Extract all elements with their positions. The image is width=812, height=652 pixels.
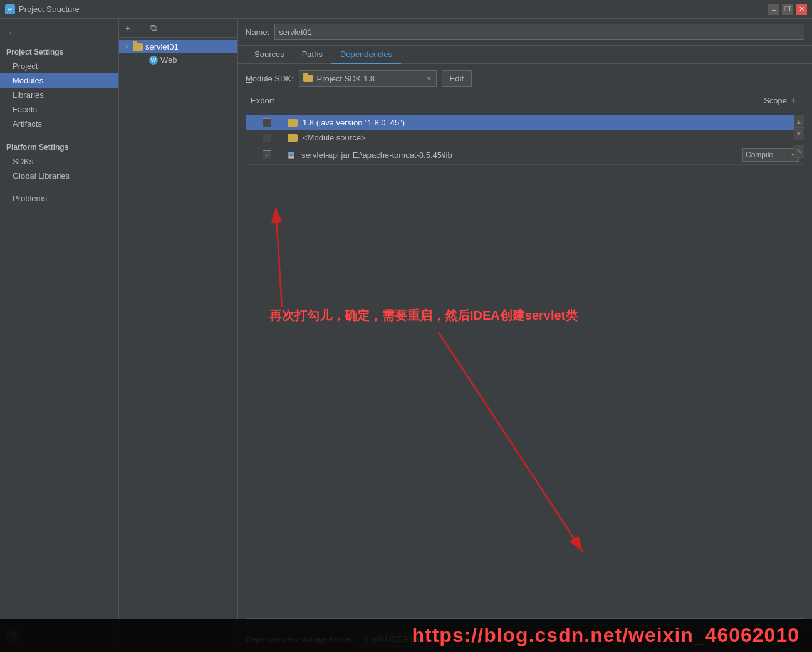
export-checkbox-servlet[interactable]: ✓ [263,150,271,159]
sidebar-item-artifacts[interactable]: Artifacts [0,117,118,131]
forward-button[interactable]: → [23,26,36,39]
sidebar-item-problems[interactable]: Problems [0,191,118,206]
window-controls: – ❐ ✕ [768,4,807,15]
tabs-bar: Sources Paths Dependencies [238,46,812,64]
dep-name-module-source: <Module source> [303,133,799,142]
export-col-header: Export [251,96,288,105]
scroll-up-button[interactable]: ▲ [794,115,804,128]
content-area: Module SDK: Project SDK 1.8 ▼ Edit Expor… [238,64,812,625]
sidebar-divider [0,135,118,135]
back-button[interactable]: ← [5,26,19,39]
edit-entry-button[interactable]: ✎ [794,145,804,158]
svg-text:P: P [8,6,12,13]
copy-module-button[interactable]: ⧉ [148,21,159,34]
minimize-button[interactable]: – [768,4,779,15]
add-dependency-button[interactable]: + [787,95,799,106]
dep-row-servlet-api[interactable]: ✓ JAR servlet-api.jar E:\apache-tomcat-8… [246,145,804,165]
sidebar-item-sdks[interactable]: SDKs [0,154,118,169]
tab-paths[interactable]: Paths [293,46,331,64]
edit-sdk-button[interactable]: Edit [442,70,472,87]
close-button[interactable]: ✕ [796,4,807,15]
tree-item-web[interactable]: W Web [119,53,237,66]
name-label: Name: [246,28,269,37]
tab-sources[interactable]: Sources [246,46,293,64]
tree-panel: + – ⧉ ▼ servlet01 W Web [119,19,238,652]
tree-toolbar: + – ⧉ [119,19,237,38]
dep-name-servlet-api: servlet-api.jar E:\apache-tomcat-8.5.45\… [301,150,737,160]
platform-settings-header: Platform Settings [0,139,118,154]
tree-item-servlet01[interactable]: ▼ servlet01 [119,40,237,53]
dep-table-header: Export Scope + [246,93,804,108]
chevron-down-icon: ▼ [426,75,432,82]
dep-row-module-source[interactable]: <Module source> [246,130,804,145]
sidebar-item-modules[interactable]: Modules [0,73,118,88]
svg-text:JAR: JAR [289,155,294,159]
sidebar-item-facets[interactable]: Facets [0,102,118,117]
jar-file-icon: JAR [288,150,296,159]
svg-rect-3 [288,152,294,154]
tree-content: ▼ servlet01 W Web [119,38,237,652]
table-scroll-buttons: ▲ ▼ ✎ [794,115,804,158]
name-bar: Name: [238,19,812,46]
remove-module-button[interactable]: – [135,22,145,34]
scope-col-header: Scope [712,96,787,105]
nav-toolbar: ← → [0,24,118,41]
scroll-down-button[interactable]: ▼ [794,128,804,140]
sidebar-item-libraries[interactable]: Libraries [0,88,118,102]
sidebar-item-project[interactable]: Project [0,59,118,73]
chevron-down-icon: ▼ [124,43,130,50]
restore-button[interactable]: ❐ [782,4,793,15]
jdk-folder-icon [288,119,298,127]
dep-row-jdk[interactable]: 1.8 (java version "1.8.0_45") [246,115,804,130]
add-module-button[interactable]: + [123,22,133,34]
main-layout: ← → Project Settings Project Modules Lib… [0,19,812,652]
export-checkbox-module[interactable] [263,134,271,142]
dep-name-jdk: 1.8 (java version "1.8.0_45") [303,118,799,127]
sdk-folder-icon [303,75,313,82]
module-sdk-label: Module SDK: [246,74,294,83]
title-bar: P Project Structure – ❐ ✕ [0,0,812,19]
module-name-input[interactable] [274,24,804,40]
module-folder-icon [288,134,298,142]
module-sdk-select[interactable]: Project SDK 1.8 ▼ [299,70,437,87]
watermark: https://blog.csdn.net/weixin_46062010 [0,619,812,652]
tab-dependencies[interactable]: Dependencies [331,46,401,64]
window-title: Project Structure [19,4,764,14]
project-settings-header: Project Settings [0,44,118,59]
app-icon: P [5,4,15,14]
folder-icon [133,43,143,51]
sidebar-divider-2 [0,187,118,187]
sdk-row: Module SDK: Project SDK 1.8 ▼ Edit [246,70,804,87]
sidebar-item-global-libraries[interactable]: Global Libraries [0,169,118,183]
scope-select-servlet[interactable]: Compile ▼ [742,148,799,162]
sidebar: ← → Project Settings Project Modules Lib… [0,19,119,652]
dependencies-table: 1.8 (java version "1.8.0_45") <Module so… [246,115,804,619]
web-icon: W [149,56,158,65]
export-checkbox-jdk[interactable] [263,118,271,127]
main-content: Name: Sources Paths Dependencies Module … [238,19,812,652]
